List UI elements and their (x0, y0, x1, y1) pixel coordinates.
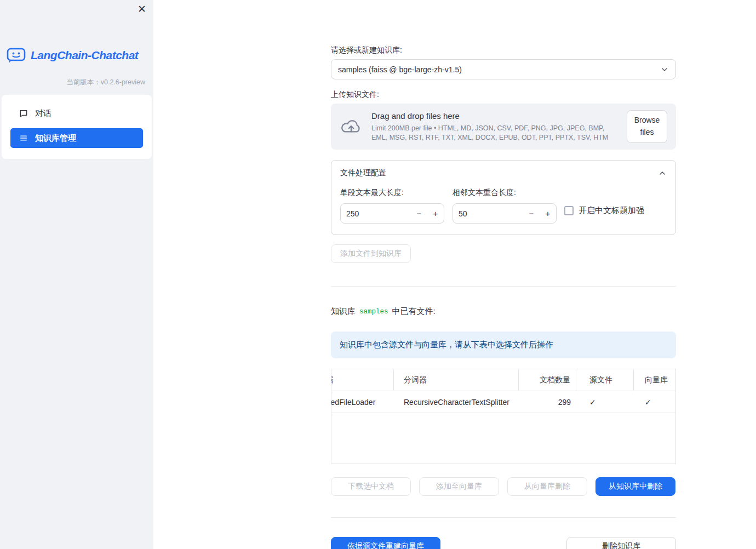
add-to-vector-store-button[interactable]: 添加至向量库 (419, 477, 499, 496)
kb-name-code: samples (359, 307, 388, 316)
col-header-loader[interactable]: 文档加载器 (331, 369, 394, 391)
overlap-length-label: 相邻文本重合长度: (453, 188, 557, 198)
bottom-actions-row: 依据源文件重建向量库 删除知识库 (331, 537, 676, 549)
cell-doc-count: 299 (519, 391, 576, 413)
table-actions-row: 下载选中文档 添加至向量库 从向量库删除 从知识库中删除 (331, 477, 676, 496)
expander-header[interactable]: 文件处理配置 (331, 161, 675, 185)
kb-files-heading: 知识库 samples 中已有文件: (331, 306, 676, 317)
upload-label: 上传知识文件: (331, 90, 676, 100)
content-column: 请选择或新建知识库: samples (faiss @ bge-large-zh… (331, 45, 676, 549)
col-header-source-file[interactable]: 源文件 (576, 369, 634, 391)
overlap-length-input-group: − + (453, 203, 557, 224)
info-alert: 知识库中包含源文件与向量库，请从下表中选择文件后操作 (331, 331, 676, 358)
chinese-title-enhance-row[interactable]: 开启中文标题加强 (564, 205, 644, 216)
sidebar-item-label: 知识库管理 (35, 133, 76, 144)
cell-splitter: RecursiveCharacterTextSplitter (394, 391, 519, 413)
logo-chat-icon (7, 47, 26, 64)
cell-vector-check: ✓ (634, 391, 675, 413)
delete-from-vector-store-button[interactable]: 从向量库删除 (507, 477, 587, 496)
list-icon (19, 134, 28, 142)
overlap-length-input[interactable] (453, 209, 523, 218)
kb-files-table[interactable]: 文档加载器 分词器 文档数量 源文件 向量库 UnstructuredFileL… (331, 369, 676, 464)
sidebar: ✕ LangChain-Chatchat 当前版本：v0.2.6-preview… (0, 0, 153, 549)
expander-title: 文件处理配置 (340, 168, 386, 178)
expander-body: 单段文本最大长度: − + 相邻文本重合长度: − + (331, 185, 675, 235)
sidebar-item-dialogue[interactable]: 对话 (10, 104, 143, 123)
version-label: 当前版本：v0.2.6-preview (0, 78, 153, 87)
app-title: LangChain-Chatchat (31, 49, 138, 62)
rebuild-vector-store-button[interactable]: 依据源文件重建向量库 (331, 537, 440, 549)
chinese-title-enhance-checkbox[interactable] (564, 206, 574, 215)
sidebar-nav: 对话 知识库管理 (2, 95, 152, 159)
browse-files-button[interactable]: Browse files (627, 110, 667, 142)
download-selected-button[interactable]: 下载选中文档 (331, 477, 411, 496)
overlap-length-field: 相邻文本重合长度: − + (453, 186, 557, 224)
app-logo: LangChain-Chatchat (7, 47, 153, 64)
table-header-row: 文档加载器 分词器 文档数量 源文件 向量库 (331, 369, 675, 391)
divider (331, 517, 676, 518)
main-area: 请选择或新建知识库: samples (faiss @ bge-large-zh… (153, 0, 756, 549)
kb-select-label: 请选择或新建知识库: (331, 45, 676, 55)
max-length-input-group: − + (340, 203, 444, 224)
delete-kb-button[interactable]: 删除知识库 (566, 537, 676, 549)
divider (331, 286, 676, 287)
sidebar-item-label: 对话 (35, 108, 51, 119)
chevron-up-icon (658, 169, 667, 178)
delete-from-kb-button[interactable]: 从知识库中删除 (595, 477, 675, 496)
col-header-doc-count[interactable]: 文档数量 (519, 369, 576, 391)
chinese-title-enhance-label: 开启中文标题加强 (579, 205, 644, 216)
plus-icon[interactable]: + (427, 204, 444, 223)
cloud-upload-icon (340, 118, 363, 135)
kb-files-suffix: 中已有文件: (392, 306, 436, 317)
max-length-input[interactable] (341, 209, 411, 218)
minus-icon[interactable]: − (411, 204, 427, 223)
max-length-label: 单段文本最大长度: (340, 188, 444, 198)
minus-icon[interactable]: − (523, 204, 540, 223)
cell-source-check: ✓ (576, 391, 634, 413)
kb-selectbox[interactable]: samples (faiss @ bge-large-zh-v1.5) (331, 59, 676, 79)
col-header-splitter[interactable]: 分词器 (394, 369, 519, 391)
plus-icon[interactable]: + (540, 204, 556, 223)
uploader-limit-text: Limit 200MB per file • HTML, MD, JSON, C… (371, 124, 618, 142)
kb-files-prefix: 知识库 (331, 306, 356, 317)
sidebar-item-knowledge-base[interactable]: 知识库管理 (10, 128, 143, 148)
chevron-down-icon (660, 65, 669, 74)
col-header-vector-store[interactable]: 向量库 (634, 369, 675, 391)
kb-selectbox-value: samples (faiss @ bge-large-zh-v1.5) (338, 65, 462, 74)
chat-bubble-icon (19, 109, 28, 118)
cell-loader: UnstructuredFileLoader (331, 391, 394, 413)
sidebar-close-icon[interactable]: ✕ (138, 3, 146, 16)
uploader-title: Drag and drop files here (371, 111, 618, 121)
uploader-texts: Drag and drop files here Limit 200MB per… (371, 111, 618, 142)
file-uploader-dropzone[interactable]: Drag and drop files here Limit 200MB per… (331, 104, 676, 150)
max-length-field: 单段文本最大长度: − + (340, 186, 444, 224)
file-config-expander: 文件处理配置 单段文本最大长度: − + 相邻文本重合长度: (331, 160, 676, 235)
table-row[interactable]: UnstructuredFileLoader RecursiveCharacte… (331, 391, 675, 413)
add-files-to-kb-button[interactable]: 添加文件到知识库 (331, 244, 411, 263)
